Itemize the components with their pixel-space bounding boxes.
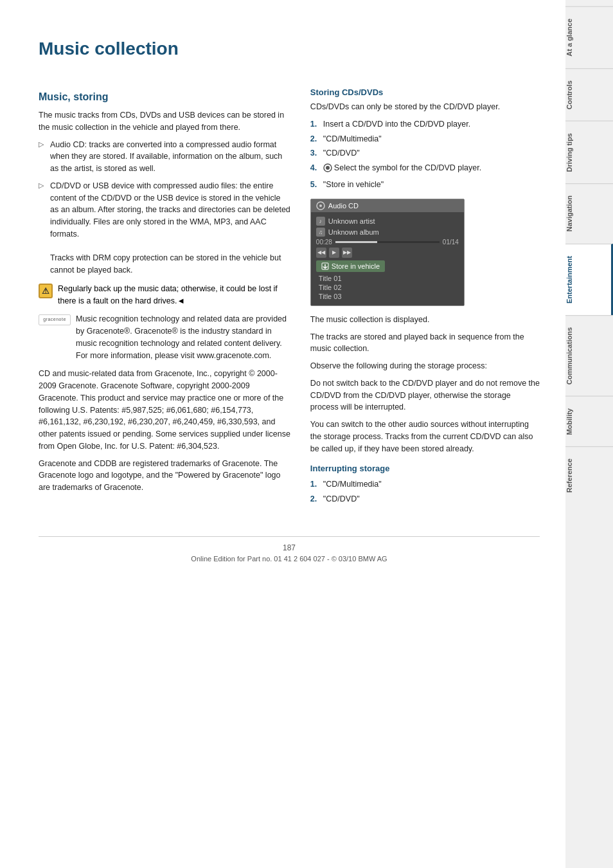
right-column: Storing CDs/DVDs CDs/DVDs can only be st… [310,78,540,511]
cd-ui-screenshot: Audio CD ♪ Unknown artist ♫ Unknown albu… [310,199,465,306]
step-3: 3. "CD/DVD" [310,147,540,159]
cd-ui-header-label: Audio CD [328,202,359,210]
artist-icon: ♪ [316,217,325,226]
sidebar-tab-communications[interactable]: Communications [565,315,613,396]
observe-text-2: You can switch to the other audio source… [310,419,540,455]
step-2: 2. "CD/Multimedia" [310,133,540,145]
progress-row: 00:28 01/14 [316,239,459,246]
observe-heading: Observe the following during the storage… [310,360,540,372]
page-footer: 187 Online Edition for Part no. 01 41 2 … [39,536,540,563]
warning-box: ⚠ Regularly back up the music data; othe… [39,283,291,307]
sidebar-tab-entertainment[interactable]: Entertainment [565,244,613,315]
album-row: ♫ Unknown album [316,228,459,237]
interrupt-step-1: 1. "CD/Multimedia" [310,478,540,491]
page-title: Music collection [39,39,540,59]
artist-row: ♪ Unknown artist [316,217,459,226]
bullet-list: Audio CD: tracks are converted into a co… [39,139,291,276]
unknown-artist: Unknown artist [328,217,375,225]
svg-point-3 [319,204,322,207]
music-storing-heading: Music, storing [39,91,291,103]
sidebar-tab-controls[interactable]: Controls [565,68,613,121]
footer-text: Online Edition for Part no. 01 41 2 604 … [39,555,540,563]
after-ui-text-1: The music collection is displayed. [310,314,540,326]
sidebar-tab-navigation[interactable]: Navigation [565,183,613,243]
bullet-item-2: CD/DVD or USB device with compressed aud… [39,180,291,276]
store-icon [321,262,329,270]
warning-icon: ⚠ [39,284,53,299]
storing-cds-text: CDs/DVDs can only be stored by the CD/DV… [310,101,540,113]
bullet-item-1: Audio CD: tracks are converted into a co… [39,139,291,175]
two-column-layout: Music, storing The music tracks from CDs… [39,78,540,511]
time-total: 01/14 [443,239,459,246]
progress-bar-fill [335,241,377,243]
interrupt-step-2: 2. "CD/DVD" [310,493,540,505]
play-button[interactable]: ▶ [329,248,339,258]
title-02: Title 02 [316,284,459,291]
title-01: Title 01 [316,275,459,282]
playback-controls: ◀◀ ▶ ▶▶ [316,248,459,258]
progress-bar-track [335,241,440,243]
cd-icon [316,201,325,210]
sidebar-tab-at-a-glance[interactable]: At a glance [565,6,613,68]
copyright-text: CD and music-related data from Gracenote… [39,368,291,452]
store-btn-label: Store in vehicle [332,262,380,270]
select-symbol-icon [323,163,332,172]
album-icon: ♫ [316,228,325,237]
gracenote-text: Music recognition technology and related… [76,313,291,361]
step-1: 1. Insert a CD/DVD into the CD/DVD playe… [310,118,540,131]
sidebar-tab-reference[interactable]: Reference [565,446,613,504]
page-number: 187 [39,543,540,552]
time-current: 00:28 [316,239,332,246]
next-button[interactable]: ▶▶ [342,248,352,258]
svg-point-1 [326,166,330,170]
cd-ui-body: ♪ Unknown artist ♫ Unknown album 00:28 0… [311,213,464,305]
gracenote-logo: gracenote [39,314,71,325]
unknown-album: Unknown album [328,228,379,236]
prev-button[interactable]: ◀◀ [316,248,326,258]
storing-cds-heading: Storing CDs/DVDs [310,87,540,97]
store-button[interactable]: Store in vehicle [316,260,385,272]
gracenote-box: gracenote Music recognition technology a… [39,313,291,361]
interrupting-steps: 1. "CD/Multimedia" 2. "CD/DVD" [310,478,540,505]
interrupting-heading: Interrupting storage [310,464,540,473]
trademark-text: Gracenote and CDDB are registered tradem… [39,458,291,494]
warning-text: Regularly back up the music data; otherw… [58,283,291,307]
main-content: Music collection Music, storing The musi… [0,0,565,868]
cd-ui-header: Audio CD [311,199,464,213]
step-5: 5. "Store in vehicle" [310,179,540,191]
sidebar-tab-mobility[interactable]: Mobility [565,396,613,447]
title-03: Title 03 [316,293,459,300]
intro-paragraph: The music tracks from CDs, DVDs and USB … [39,109,291,134]
left-column: Music, storing The music tracks from CDs… [39,78,291,511]
observe-text-1: Do not switch back to the CD/DVD player … [310,377,540,413]
storing-cds-steps: 1. Insert a CD/DVD into the CD/DVD playe… [310,118,540,191]
sidebar-tab-driving-tips[interactable]: Driving tips [565,121,613,184]
right-sidebar: At a glance Controls Driving tips Naviga… [565,0,613,868]
step-4: 4. Select the symbol for the CD/DVD play… [310,162,540,176]
after-ui-text-2: The tracks are stored and played back in… [310,331,540,356]
